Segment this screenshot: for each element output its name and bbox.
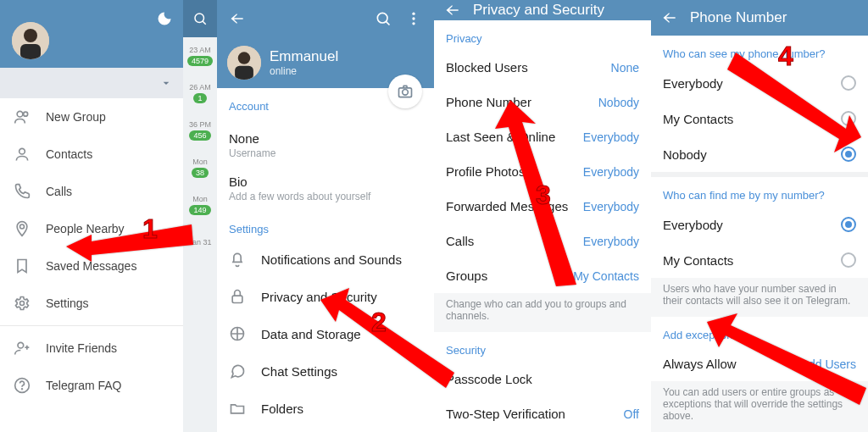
chat-sliver-row[interactable]: 23 AM4579 xyxy=(183,37,217,75)
svg-rect-22 xyxy=(235,66,253,80)
privacy-row[interactable]: Blocked UsersNone xyxy=(434,50,651,85)
radio-option[interactable]: My Contacts xyxy=(651,101,868,136)
svg-point-12 xyxy=(22,389,23,390)
privacy-hint: Change who can add you to groups and cha… xyxy=(434,293,651,332)
add-users-link[interactable]: Add Users xyxy=(801,357,856,371)
privacy-row[interactable]: CallsEverybody xyxy=(434,224,651,258)
radio-option[interactable]: My Contacts xyxy=(651,242,868,278)
settings-data[interactable]: Data and Storage xyxy=(217,315,434,352)
svg-rect-2 xyxy=(20,44,41,59)
hint-find: Users who have your number saved in thei… xyxy=(651,278,868,317)
page-title: Phone Number xyxy=(690,9,787,26)
privacy-row[interactable]: Last Seen & OnlineEverybody xyxy=(434,119,651,154)
back-icon[interactable] xyxy=(227,8,248,29)
menu-label: Saved Messages xyxy=(46,259,136,273)
account-expand[interactable] xyxy=(0,68,183,98)
radio-option[interactable]: Everybody xyxy=(651,207,868,242)
phone-number-panel: Phone Number Who can see my phone number… xyxy=(651,0,868,432)
chat-sliver-row[interactable]: Mon149 xyxy=(183,186,217,224)
settings-label: Chat Settings xyxy=(261,364,337,379)
menu-calls[interactable]: Calls xyxy=(0,173,183,210)
security-row[interactable]: Passcode Lock xyxy=(434,362,651,396)
menu-label: Settings xyxy=(46,296,89,310)
svg-line-16 xyxy=(386,21,389,25)
back-icon[interactable] xyxy=(442,0,463,20)
radio-option[interactable]: Everybody xyxy=(651,65,868,101)
menu-contacts[interactable]: Contacts xyxy=(0,136,183,173)
svg-point-7 xyxy=(20,302,25,306)
menu-saved-messages[interactable]: Saved Messages xyxy=(0,247,183,285)
contacts-icon xyxy=(14,146,31,163)
svg-point-24 xyxy=(403,90,409,96)
menu-label: People Nearby xyxy=(46,222,125,235)
settings-folders[interactable]: Folders xyxy=(217,390,434,427)
people-nearby-icon xyxy=(14,220,31,237)
radio-option[interactable]: Nobody xyxy=(651,136,868,172)
svg-point-13 xyxy=(195,14,204,23)
settings-label: Privacy and Security xyxy=(261,290,377,304)
q1: Who can see my phone number? xyxy=(651,36,868,65)
svg-point-15 xyxy=(377,13,387,23)
svg-line-14 xyxy=(203,21,206,25)
menu-label: Telegram FAQ xyxy=(46,379,121,392)
annotation-4: 4 xyxy=(778,41,793,72)
radio-icon xyxy=(841,217,856,232)
settings-privacy[interactable]: Privacy and Security xyxy=(217,278,434,315)
chat-sliver-row[interactable]: Mon38 xyxy=(183,149,217,186)
folders-icon xyxy=(229,400,246,417)
radio-icon xyxy=(841,252,856,268)
always-allow-row[interactable]: Always Allow Add Users xyxy=(651,346,868,381)
camera-button[interactable] xyxy=(388,75,422,108)
svg-point-17 xyxy=(412,13,415,15)
radio-icon xyxy=(841,147,856,162)
settings-notifications[interactable]: Notifications and Sounds xyxy=(217,241,434,278)
chat-sliver-row[interactable]: 26 AM1 xyxy=(183,75,217,112)
settings-label: Folders xyxy=(261,402,303,416)
security-row[interactable]: Two-Step VerificationOff xyxy=(434,396,651,431)
search-icon[interactable] xyxy=(183,0,217,37)
svg-point-4 xyxy=(24,112,28,116)
chat-sliver-row[interactable]: 36 PM456 xyxy=(183,112,217,149)
chevron-down-icon xyxy=(159,76,173,90)
privacy-section: Privacy xyxy=(434,20,651,50)
settings-chat[interactable]: Chat Settings xyxy=(217,352,434,390)
menu-new-group[interactable]: New Group xyxy=(0,98,183,136)
username-field[interactable]: None Username xyxy=(217,125,434,168)
menu-label: Invite Friends xyxy=(46,341,117,355)
telegram-faq-icon xyxy=(14,377,31,394)
privacy-row[interactable]: Phone NumberNobody xyxy=(434,85,651,119)
settings-icon xyxy=(14,295,31,312)
new-group-icon xyxy=(14,108,31,125)
annotation-1: 1 xyxy=(142,213,158,245)
menu-label: Calls xyxy=(46,185,72,198)
settings-label: Notifications and Sounds xyxy=(261,252,402,267)
svg-point-18 xyxy=(412,17,415,19)
svg-point-21 xyxy=(238,52,251,64)
page-title: Privacy and Security xyxy=(473,2,604,19)
menu-telegram-faq[interactable]: Telegram FAQ xyxy=(0,367,183,404)
svg-point-19 xyxy=(412,22,415,25)
back-icon[interactable] xyxy=(659,8,680,28)
chat-sliver-row[interactable]: Jan 31 xyxy=(183,224,217,261)
more-icon[interactable] xyxy=(403,8,424,29)
search-icon[interactable] xyxy=(373,8,393,29)
saved-messages-icon xyxy=(14,258,31,274)
privacy-icon xyxy=(229,288,246,305)
night-mode-icon[interactable] xyxy=(154,8,175,29)
settings-devices[interactable]: Devices xyxy=(217,427,434,432)
privacy-panel: Privacy and Security Privacy Blocked Use… xyxy=(434,0,651,432)
radio-icon xyxy=(841,75,856,91)
avatar[interactable] xyxy=(12,22,49,59)
menu-invite-friends[interactable]: Invite Friends xyxy=(0,330,183,367)
exceptions-section: Add exceptions xyxy=(651,317,868,346)
phone-header: Phone Number xyxy=(651,0,868,36)
menu-settings[interactable]: Settings xyxy=(0,285,183,322)
settings-label: Data and Storage xyxy=(261,327,361,341)
privacy-row[interactable]: GroupsMy Contacts xyxy=(434,258,651,293)
avatar[interactable] xyxy=(227,46,261,80)
radio-icon xyxy=(841,111,856,126)
bio-field[interactable]: Bio Add a few words about yourself xyxy=(217,168,434,211)
settings-section: Settings xyxy=(217,211,434,241)
chat-icon xyxy=(229,363,246,379)
security-section: Security xyxy=(434,332,651,362)
